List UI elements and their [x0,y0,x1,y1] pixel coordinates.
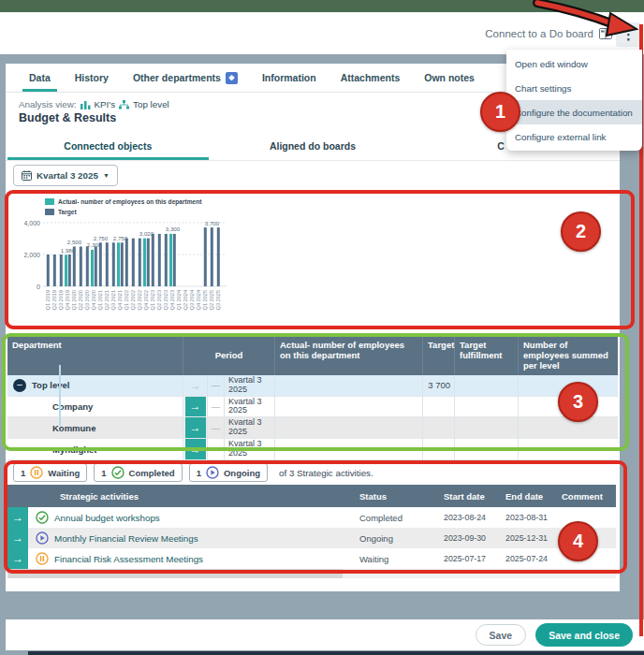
svg-text:Q2 2023: Q2 2023 [156,290,162,310]
dash-icon: — [208,417,225,438]
top-bar: Connect to a Do board ⋮ [0,12,644,54]
svg-text:2,750: 2,750 [94,235,109,241]
open-department-button[interactable]: → [185,417,206,438]
completed-icon [111,466,124,479]
svg-text:4,000: 4,000 [23,220,40,226]
svg-text:Q3 2021: Q3 2021 [110,290,116,310]
svg-text:1,980: 1,980 [61,247,76,254]
svg-text:Q1 2020: Q1 2020 [71,290,77,310]
svg-text:Q2 2019: Q2 2019 [51,290,57,310]
badge-waiting[interactable]: 1 Waiting [13,463,87,482]
completed-icon [36,511,49,524]
dash-icon: — [208,439,225,459]
svg-text:3,300: 3,300 [166,226,181,232]
svg-text:Q1 2025: Q1 2025 [202,290,208,310]
scrollbar-thumb[interactable] [7,569,343,578]
svg-text:Q4 2024: Q4 2024 [196,290,201,310]
board-icon [599,28,612,39]
col-start-date: Start date [444,491,505,502]
ongoing-icon [36,531,49,545]
svg-text:Q3 2023: Q3 2023 [163,290,168,310]
subtab-connected-objects[interactable]: Connected objects [6,131,211,160]
ongoing-icon [206,466,219,479]
kebab-menu-button[interactable]: ⋮ [616,22,641,47]
col-status: Status [359,491,444,502]
svg-text:0: 0 [37,284,40,290]
col-strategic-activities: Strategic activities [30,491,359,502]
page-title: Budget & Results [19,111,116,124]
department-table: Department Period Actual- number of empl… [7,337,618,460]
svg-text:2,000: 2,000 [23,252,40,258]
svg-text:2,300: 2,300 [87,241,102,248]
menu-item-configure-external-link[interactable]: Configure external link [506,124,642,149]
level-label: Top level [133,99,169,109]
subtab-aligned-do-boards[interactable]: Aligned do boards [211,131,416,160]
tab-history[interactable]: History [63,64,121,92]
period-value: Kvartal 3 2025 [37,170,98,181]
dash-icon: — [208,375,225,396]
kpi-bar-chart: 02,0004,000Actual- number of employees o… [11,193,320,328]
open-department-button[interactable]: → [185,375,206,396]
svg-text:Q1 2022: Q1 2022 [124,290,129,310]
tab-own-notes[interactable]: Own notes [412,64,487,92]
col-period: Period [183,337,275,375]
badge-completed[interactable]: 1 Completed [94,463,182,482]
badge-ongoing[interactable]: 1 Ongoing [189,463,268,482]
svg-text:2,750: 2,750 [113,235,128,241]
svg-text:Q3 2024: Q3 2024 [189,290,195,310]
departments-icon: ❖ [226,72,238,84]
open-department-button[interactable]: → [185,439,206,459]
open-activity-button[interactable]: → [7,548,28,569]
svg-text:Q1 2023: Q1 2023 [150,290,155,310]
open-department-button[interactable]: → [185,397,206,417]
svg-text:3,020: 3,020 [139,230,154,237]
kpi-chart-icon [80,100,91,109]
col-summed: Number of employees summed per level [519,337,618,375]
svg-text:Q2 2022: Q2 2022 [130,290,136,310]
col-end-date: End date [505,491,562,502]
connect-do-board-button[interactable]: Connect to a Do board [485,28,612,39]
svg-text:Q4 2023: Q4 2023 [169,290,175,310]
save-and-close-button[interactable]: Save and close [535,623,633,647]
activities-header: Strategic activities Status Start date E… [7,485,616,507]
svg-text:Q1 2021: Q1 2021 [97,290,103,310]
svg-text:Actual- number of employees on: Actual- number of employees on this depa… [58,198,202,206]
table-row-company: Company → — Kvartal 3 2025 [7,397,618,418]
period-dropdown[interactable]: Kvartal 3 2025 ▼ [13,165,118,186]
connect-do-board-label: Connect to a Do board [485,28,593,39]
svg-text:Q2 2020: Q2 2020 [78,290,83,310]
table-row-myndighet: Myndighet → — Kvartal 3 2025 [7,439,618,460]
badges-suffix: of 3 Strategic activities. [279,468,373,478]
tab-information[interactable]: Information [250,64,329,92]
footer-bar: Save Save and close [6,619,644,650]
col-comment: Comment [562,491,616,502]
strategic-activities-table: Strategic activities Status Start date E… [7,485,616,578]
open-activity-button[interactable]: → [7,528,28,548]
collapse-icon[interactable]: − [13,379,26,392]
svg-text:Q3 2020: Q3 2020 [84,290,90,310]
calendar-icon [22,170,32,181]
tab-other-departments[interactable]: Other departments❖ [121,64,250,92]
window-top-strip [0,0,644,12]
activity-row-annual-budget: → Annual budget workshops Completed 2023… [7,507,616,528]
col-department: Department [7,337,183,375]
department-table-header: Department Period Actual- number of empl… [7,337,618,375]
menu-item-configure-documentation[interactable]: Configure the documentation [506,100,642,124]
dash-icon: — [208,397,225,417]
activity-row-risk-assessment: → Financial Risk Assessment Meetings Wai… [7,548,616,569]
kpi-label: KPI's [95,99,116,109]
svg-text:Q4 2019: Q4 2019 [65,290,70,310]
svg-text:Q3 2022: Q3 2022 [137,290,142,310]
svg-text:Target: Target [58,209,77,216]
tab-attachments[interactable]: Attachments [329,64,413,92]
svg-text:3,700: 3,700 [205,220,220,226]
open-activity-button[interactable]: → [7,507,28,528]
table-row-top-level: −Top level → — Kvartal 3 2025 3 700 [7,375,618,397]
menu-item-chart-settings[interactable]: Chart settings [506,76,642,100]
save-button[interactable]: Save [476,624,527,646]
svg-text:Q2 2021: Q2 2021 [104,290,110,310]
svg-text:2,500: 2,500 [67,239,82,245]
menu-item-open-edit-window[interactable]: Open edit window [506,51,642,76]
horizontal-scrollbar[interactable] [7,569,616,578]
tab-data[interactable]: Data [17,64,63,92]
